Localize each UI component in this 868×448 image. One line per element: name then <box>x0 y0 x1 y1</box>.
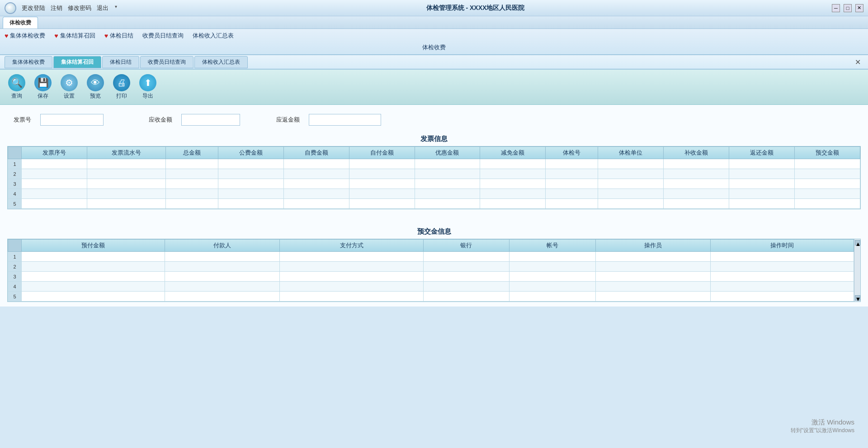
table-cell[interactable] <box>480 189 546 199</box>
app-tab-tijianshoufei[interactable]: 体检收费 <box>3 17 38 28</box>
table-row[interactable]: 1 <box>8 159 860 169</box>
prepay-scrollbar[interactable]: ▲ ▼ <box>854 239 860 302</box>
table-row[interactable]: 3 <box>8 272 854 282</box>
save-button[interactable]: 💾 保存 <box>31 72 55 102</box>
table-cell[interactable] <box>283 169 349 179</box>
table-cell[interactable] <box>415 159 480 169</box>
refund-input[interactable] <box>309 114 381 126</box>
table-cell[interactable] <box>598 199 664 209</box>
table-cell[interactable] <box>729 159 795 169</box>
table-cell[interactable] <box>349 159 415 169</box>
table-cell[interactable] <box>595 292 710 302</box>
table-cell[interactable] <box>795 199 860 209</box>
table-cell[interactable] <box>218 189 283 199</box>
table-cell[interactable] <box>87 169 165 179</box>
maximize-button[interactable]: □ <box>844 4 852 12</box>
table-cell[interactable] <box>729 179 795 189</box>
table-cell[interactable] <box>509 272 595 282</box>
sub-tab-close-button[interactable]: ✕ <box>852 58 863 66</box>
table-cell[interactable] <box>22 262 165 272</box>
table-row[interactable]: 3 <box>8 179 860 189</box>
table-cell[interactable] <box>546 199 598 209</box>
table-cell[interactable] <box>664 179 729 189</box>
table-cell[interactable] <box>218 199 283 209</box>
receivable-input[interactable] <box>181 114 240 126</box>
table-cell[interactable] <box>87 179 165 189</box>
close-button[interactable]: ✕ <box>855 4 863 12</box>
table-row[interactable]: 2 <box>8 169 860 179</box>
table-cell[interactable] <box>423 282 509 292</box>
table-cell[interactable] <box>165 189 218 199</box>
menu-change-password[interactable]: 修改密码 <box>66 3 93 13</box>
table-cell[interactable] <box>795 179 860 189</box>
preview-button[interactable]: 👁 预览 <box>83 72 108 102</box>
table-cell[interactable] <box>415 179 480 189</box>
table-cell[interactable] <box>795 159 860 169</box>
menu-logout[interactable]: 注销 <box>49 3 64 13</box>
export-button[interactable]: ⬆ 导出 <box>136 72 160 102</box>
table-cell[interactable] <box>509 282 595 292</box>
table-cell[interactable] <box>546 179 598 189</box>
table-cell[interactable] <box>165 292 280 302</box>
table-cell[interactable] <box>87 159 165 169</box>
table-cell[interactable] <box>22 159 87 169</box>
quick-menu-tijianjijie[interactable]: ♥ 体检日结 <box>104 32 133 40</box>
table-cell[interactable] <box>283 199 349 209</box>
table-cell[interactable] <box>710 262 854 272</box>
table-cell[interactable] <box>218 179 283 189</box>
table-cell[interactable] <box>546 159 598 169</box>
quick-menu-shoufeyuan[interactable]: 收费员日结查询 <box>142 32 184 40</box>
invoice-no-input[interactable] <box>40 114 104 126</box>
table-cell[interactable] <box>22 282 165 292</box>
table-cell[interactable] <box>218 159 283 169</box>
sub-tab-shoufeyuan[interactable]: 收费员日结查询 <box>140 56 193 68</box>
table-cell[interactable] <box>165 169 218 179</box>
table-cell[interactable] <box>22 169 87 179</box>
table-cell[interactable] <box>598 159 664 169</box>
table-cell[interactable] <box>165 262 280 272</box>
table-cell[interactable] <box>795 189 860 199</box>
scroll-down-arrow[interactable]: ▼ <box>855 295 860 301</box>
table-cell[interactable] <box>165 272 280 282</box>
table-cell[interactable] <box>165 159 218 169</box>
table-cell[interactable] <box>22 199 87 209</box>
menu-change-login[interactable]: 更改登陆 <box>20 3 47 13</box>
table-cell[interactable] <box>509 252 595 262</box>
table-cell[interactable] <box>710 272 854 282</box>
table-row[interactable]: 4 <box>8 282 854 292</box>
scroll-up-arrow[interactable]: ▲ <box>855 240 860 245</box>
table-row[interactable]: 5 <box>8 292 854 302</box>
table-row[interactable]: 2 <box>8 262 854 272</box>
table-cell[interactable] <box>664 199 729 209</box>
sub-tab-jitijiesuan[interactable]: 集体结算召回 <box>53 56 101 68</box>
table-cell[interactable] <box>480 169 546 179</box>
table-cell[interactable] <box>280 252 423 262</box>
table-cell[interactable] <box>710 292 854 302</box>
table-cell[interactable] <box>22 189 87 199</box>
table-cell[interactable] <box>509 292 595 302</box>
table-cell[interactable] <box>218 169 283 179</box>
table-cell[interactable] <box>546 189 598 199</box>
table-cell[interactable] <box>509 262 595 272</box>
table-cell[interactable] <box>795 169 860 179</box>
table-cell[interactable] <box>729 199 795 209</box>
table-cell[interactable] <box>415 199 480 209</box>
table-cell[interactable] <box>87 189 165 199</box>
table-cell[interactable] <box>423 262 509 272</box>
table-cell[interactable] <box>423 272 509 282</box>
table-cell[interactable] <box>280 272 423 282</box>
table-cell[interactable] <box>165 199 218 209</box>
table-cell[interactable] <box>480 159 546 169</box>
table-cell[interactable] <box>595 262 710 272</box>
table-cell[interactable] <box>349 169 415 179</box>
table-cell[interactable] <box>664 159 729 169</box>
table-cell[interactable] <box>664 189 729 199</box>
table-cell[interactable] <box>423 292 509 302</box>
table-cell[interactable] <box>729 169 795 179</box>
table-cell[interactable] <box>729 189 795 199</box>
table-cell[interactable] <box>415 169 480 179</box>
table-cell[interactable] <box>165 179 218 189</box>
table-cell[interactable] <box>598 179 664 189</box>
table-cell[interactable] <box>349 189 415 199</box>
menu-exit[interactable]: 退出 <box>95 3 110 13</box>
